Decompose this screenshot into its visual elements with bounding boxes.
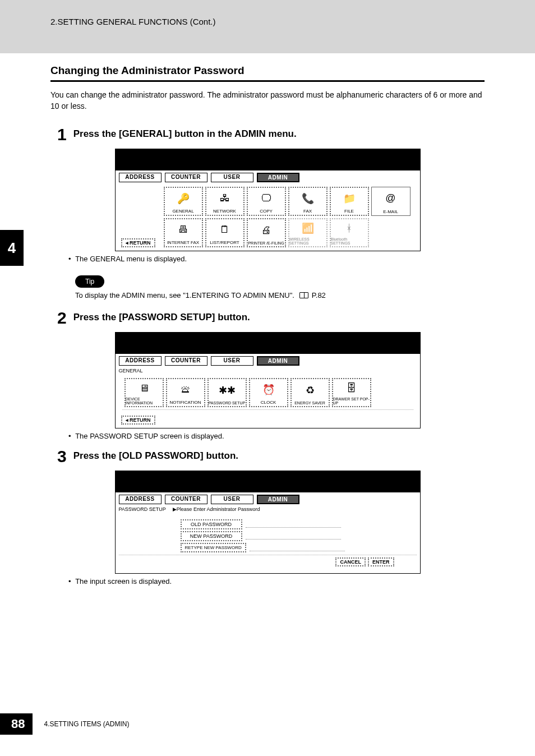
tab-admin[interactable]: ADMIN [257,356,299,366]
password-setup-label: PASSWORD SETUP [209,401,246,405]
retype-password-button[interactable]: RETYPE NEW PASSWORD [181,543,246,552]
enter-button[interactable]: ENTER [368,557,394,566]
footer-chapter: 4.SETTING ITEMS (ADMIN) [44,720,129,728]
step-1-note: The GENERAL menu is displayed. [75,255,485,263]
email-button-label: E-MAIL [383,209,398,214]
printer-efiling-button[interactable]: 🖨PRINTER /E-FILING [247,218,286,247]
network-icon: 🖧 [220,188,230,209]
tip-badge: Tip [75,275,104,288]
step-1-text: Press the [GENERAL] button in the ADMIN … [73,126,297,140]
password-setup-button[interactable]: ✱✱PASSWORD SETUP [207,378,247,407]
drawer-set-button[interactable]: 🗄DRAWER SET POP-UP [332,378,371,407]
clock-icon: ⏰ [262,379,275,400]
list-icon: 🗒 [220,219,230,240]
step-3-note: The input screen is displayed. [75,577,485,586]
general-label: GENERAL [116,367,420,375]
device-info-label: DEVICE INFORMATION [126,397,163,405]
device-info-button[interactable]: 🖥DEVICE INFORMATION [124,378,164,407]
screen-top-bar [116,149,420,170]
tab-address[interactable]: ADDRESS [119,495,162,504]
drawer-icon: 🗄 [347,379,357,397]
network-button[interactable]: 🖧NETWORK [205,187,245,216]
page-number: 88 [0,713,33,735]
password-prompt: ▶Please Enter Administrator Password [169,505,264,514]
fax-icon: 📞 [302,188,314,209]
network-button-label: NETWORK [213,209,236,214]
screen-tabs: ADDRESS COUNTER USER ADMIN [116,354,420,367]
tip-text: To display the ADMIN menu, see "1.ENTERI… [75,291,485,299]
tab-counter[interactable]: COUNTER [165,356,207,366]
step-3-text: Press the [OLD PASSWORD] button. [73,448,238,462]
return-button[interactable]: RETURN [121,416,155,425]
step-2: 2 Press the [PASSWORD SETUP] button. [57,310,485,326]
email-button[interactable]: @E-MAIL [371,187,411,216]
bluetooth-label: Bluetooth SETTINGS [331,237,368,245]
tab-address[interactable]: ADDRESS [119,356,162,366]
file-button-label: FILE [344,209,354,214]
old-password-field [246,521,341,528]
step-2-note: The PASSWORD SETUP screen is displayed. [75,432,485,440]
step-1-number: 1 [57,126,67,143]
energy-saver-button[interactable]: ♻ENERGY SAVER [290,378,330,407]
screen-tabs: ADDRESS COUNTER USER ADMIN [116,170,420,183]
tab-counter[interactable]: COUNTER [165,495,207,504]
printer-icon: 🖨 [261,219,271,241]
general-button-label: GENERAL [172,209,193,214]
old-password-button[interactable]: OLD PASSWORD [181,519,242,529]
list-report-label: LIST/REPORT [210,240,239,245]
password-setup-label: PASSWORD SETUP [116,505,169,514]
new-password-button[interactable]: NEW PASSWORD [181,531,242,541]
tip-page-ref: P.82 [312,291,326,299]
email-icon: @ [385,187,395,209]
tab-admin[interactable]: ADMIN [257,173,299,182]
title-rule [50,80,485,82]
step-2-number: 2 [57,310,67,326]
wireless-button[interactable]: 📶WIRELESS SETTINGS [288,218,328,247]
internet-fax-button[interactable]: 🖷INTERNET FAX [164,218,203,247]
tab-counter[interactable]: COUNTER [165,173,207,182]
tab-address[interactable]: ADDRESS [119,173,162,182]
step-3: 3 Press the [OLD PASSWORD] button. [57,448,485,465]
file-icon: 📁 [343,188,356,209]
chapter-side-tab: 4 [0,230,24,266]
step-1: 1 Press the [GENERAL] button in the ADMI… [57,126,485,143]
cancel-button[interactable]: CANCEL [335,557,366,566]
clock-button[interactable]: ⏰CLOCK [249,378,288,407]
notification-button[interactable]: 🛎NOTIFICATION [166,378,205,407]
fax-button-label: FAX [303,209,312,214]
copy-button-label: COPY [260,209,273,214]
tab-user[interactable]: USER [211,173,253,182]
section-title: Changing the Administrator Password [50,64,485,77]
notification-label: NOTIFICATION [170,400,201,405]
copy-button[interactable]: 🖵COPY [247,187,286,216]
tab-user[interactable]: USER [211,356,253,366]
list-report-button[interactable]: 🗒LIST/REPORT [205,218,245,247]
screen-top-bar [116,333,420,354]
general-button[interactable]: 🔑GENERAL [164,187,203,216]
return-button[interactable]: RETURN [121,238,155,247]
wireless-label: WIRELESS SETTINGS [289,237,326,245]
ifax-icon: 🖷 [178,219,188,240]
new-password-field [246,533,341,540]
page-content: Changing the Administrator Password You … [0,64,535,586]
fax-button[interactable]: 📞FAX [288,187,328,216]
wireless-icon: 📶 [302,219,314,237]
file-button[interactable]: 📁FILE [330,187,369,216]
admin-menu-screenshot: ADDRESS COUNTER USER ADMIN 🔑GENERAL 🖧NET… [115,149,421,251]
step-3-number: 3 [57,448,67,465]
screen-tabs: ADDRESS COUNTER USER ADMIN [116,492,420,505]
tab-user[interactable]: USER [211,495,253,504]
bell-icon: 🛎 [181,379,191,400]
drawer-set-label: DRAWER SET POP-UP [333,397,370,405]
energy-saver-label: ENERGY SAVER [294,401,325,405]
screen-top-bar [116,471,420,492]
password-icon: ✱✱ [219,379,236,401]
internet-fax-label: INTERNET FAX [167,240,199,245]
tab-admin[interactable]: ADMIN [257,495,299,504]
intro-paragraph: You can change the administrator passwor… [50,90,485,112]
copy-icon: 🖵 [261,188,271,209]
bluetooth-button[interactable]: ᚼBluetooth SETTINGS [330,218,369,247]
page-footer: 88 4.SETTING ITEMS (ADMIN) [0,713,130,735]
bluetooth-icon: ᚼ [346,219,352,237]
printer-efiling-label: PRINTER /E-FILING [248,241,284,245]
